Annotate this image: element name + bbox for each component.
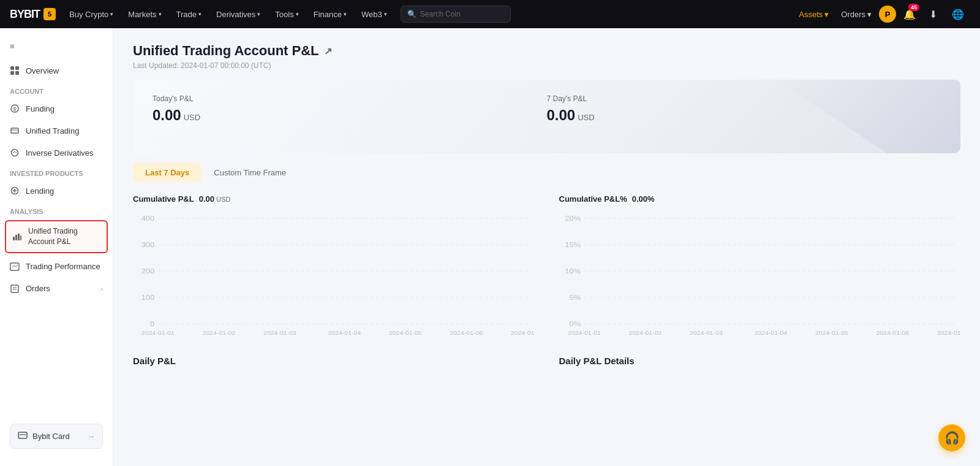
unified-trading-icon (10, 126, 20, 136)
svg-rect-13 (15, 235, 17, 240)
sidebar-item-funding[interactable]: $ Funding (0, 97, 113, 120)
sidebar-trading-perf-label: Trading Performance (26, 262, 100, 271)
search-icon: 🔍 (407, 10, 417, 18)
svg-text:2024-01-06: 2024-01-06 (876, 330, 909, 336)
overview-icon (10, 66, 20, 75)
search-bar[interactable]: 🔍 (401, 6, 511, 23)
svg-text:2024-01-01: 2024-01-01 (568, 330, 601, 336)
tab-custom-time-frame[interactable]: Custom Time Frame (202, 163, 298, 182)
right-chart-value: 0.00% (632, 194, 655, 204)
bybit-card-label: Bybit Card (32, 432, 70, 441)
nav-buy-crypto[interactable]: Buy Crypto▾ (63, 0, 119, 28)
seven-day-pnl-value: 0.00 (547, 107, 576, 124)
svg-text:2024-01-05: 2024-01-05 (389, 330, 422, 336)
external-link-icon[interactable]: ↗ (324, 45, 332, 57)
headset-icon: 🎧 (944, 430, 960, 445)
sidebar-bottom: Bybit Card → (0, 416, 113, 456)
sidebar-orders-label: Orders (26, 284, 50, 293)
sidebar-funding-label: Funding (26, 104, 55, 113)
sidebar-lending-label: Lending (26, 186, 54, 196)
download-button[interactable]: ⬇ (923, 0, 943, 28)
sidebar-item-unified-trading[interactable]: Unified Trading (0, 120, 113, 142)
cumulative-pnl-chart-section: Cumulative P&L 0.00 USD 400 300 200 100 … (133, 194, 535, 336)
nav-web3[interactable]: Web3▾ (355, 0, 393, 28)
svg-rect-2 (10, 71, 14, 75)
today-pnl-group: Today's P&L 0.00 USD (153, 94, 547, 139)
daily-pnl-details-title: Daily P&L Details (559, 356, 961, 366)
daily-pnl-details-section: Daily P&L Details (559, 356, 961, 373)
svg-text:20%: 20% (565, 215, 581, 223)
support-button[interactable]: 🎧 (938, 424, 965, 451)
app-layout: ≡ Overview Account $ Funding (0, 28, 980, 466)
hero-stats: Today's P&L 0.00 USD 7 Day's P&L 0.00 US… (133, 80, 960, 153)
bybit-card-button[interactable]: Bybit Card → (10, 424, 103, 449)
nav-markets[interactable]: Markets▾ (122, 0, 167, 28)
svg-text:200: 200 (141, 267, 155, 275)
cumulative-pnl-percent-chart-section: Cumulative P&L% 0.00% 20% 15% 10% 5% 0% (559, 194, 961, 336)
topnav-right: Assets▾ Orders▾ P 🔔 45 ⬇ 🌐 (794, 0, 970, 28)
svg-text:2024-01-02: 2024-01-02 (203, 330, 236, 336)
svg-rect-16 (10, 263, 19, 270)
sidebar-unified-pnl-label: Unified Trading Account P&L (28, 226, 100, 247)
today-pnl-value: 0.00 (153, 107, 181, 124)
nav-trade[interactable]: Trade▾ (170, 0, 208, 28)
svg-text:2024-01-07: 2024-01-07 (937, 330, 960, 336)
sidebar-item-orders[interactable]: Orders › (0, 278, 113, 300)
tab-last-7-days[interactable]: Last 7 Days (133, 163, 202, 182)
logo[interactable]: BYBIT 5 (10, 8, 56, 21)
svg-text:2024-01-01: 2024-01-01 (141, 330, 175, 336)
nav-orders[interactable]: Orders▾ (836, 0, 876, 28)
svg-text:2024-01-02: 2024-01-02 (628, 330, 662, 336)
svg-text:10%: 10% (565, 267, 581, 275)
nav-tools[interactable]: Tools▾ (269, 0, 304, 28)
svg-text:2024-01-04: 2024-01-04 (328, 330, 361, 336)
right-chart-title: Cumulative P&L% (559, 194, 627, 204)
svg-rect-0 (10, 66, 14, 70)
topnav: BYBIT 5 Buy Crypto▾ Markets▾ Trade▾ Deri… (0, 0, 980, 28)
svg-line-19 (16, 265, 18, 267)
time-tabs: Last 7 Days Custom Time Frame (133, 163, 960, 182)
today-pnl-unit: USD (184, 113, 200, 122)
svg-text:2024-01-05: 2024-01-05 (815, 330, 848, 336)
sidebar-item-overview-label: Overview (26, 66, 59, 75)
svg-text:2024-01-07: 2024-01-07 (511, 330, 535, 336)
nav-derivatives[interactable]: Derivatives▾ (210, 0, 266, 28)
svg-text:$: $ (13, 106, 16, 112)
svg-rect-20 (11, 285, 18, 292)
sidebar-item-trading-performance[interactable]: Trading Performance (0, 256, 113, 278)
search-input[interactable] (420, 10, 504, 18)
left-chart-svg: 400 300 200 100 0 2024-01-01 2024-01- (133, 213, 535, 336)
chart-bar-icon (12, 232, 22, 242)
svg-text:15%: 15% (565, 241, 581, 249)
sidebar-item-overview[interactable]: Overview (0, 59, 113, 82)
language-button[interactable]: 🌐 (946, 0, 970, 28)
right-chart-header: Cumulative P&L% 0.00% (559, 194, 961, 204)
user-avatar[interactable]: P (879, 6, 896, 23)
svg-rect-24 (18, 434, 27, 435)
nav-finance[interactable]: Finance▾ (307, 0, 353, 28)
sidebar-section-account: Account (0, 82, 113, 97)
daily-pnl-title: Daily P&L (133, 356, 535, 366)
logo-text: BYBIT (10, 8, 40, 21)
notifications-button[interactable]: 🔔 45 (899, 0, 921, 28)
sidebar-item-unified-pnl[interactable]: Unified Trading Account P&L (5, 220, 108, 253)
right-chart-container: 20% 15% 10% 5% 0% 2024-01-01 2024-01- (559, 213, 961, 336)
seven-day-pnl-unit: USD (578, 113, 594, 122)
nav-assets[interactable]: Assets▾ (794, 0, 834, 28)
svg-text:400: 400 (141, 215, 155, 223)
sidebar-item-inverse-derivatives[interactable]: Inverse Derivatives (0, 142, 113, 164)
svg-rect-14 (18, 234, 20, 240)
page-title: Unified Trading Account P&L ↗ (133, 43, 960, 59)
svg-rect-12 (13, 237, 15, 240)
svg-rect-3 (15, 71, 19, 75)
sidebar-item-lending[interactable]: Lending (0, 180, 113, 202)
left-chart-value: 0.00 USD (199, 194, 231, 204)
sidebar: ≡ Overview Account $ Funding (0, 28, 113, 466)
sidebar-toggle[interactable]: ≡ (0, 38, 113, 55)
svg-rect-6 (11, 128, 18, 133)
card-icon (18, 430, 28, 442)
svg-text:2024-01-03: 2024-01-03 (690, 330, 723, 336)
sidebar-section-invested: Invested Products (0, 164, 113, 180)
funding-icon: $ (10, 104, 20, 113)
svg-rect-15 (20, 235, 21, 240)
